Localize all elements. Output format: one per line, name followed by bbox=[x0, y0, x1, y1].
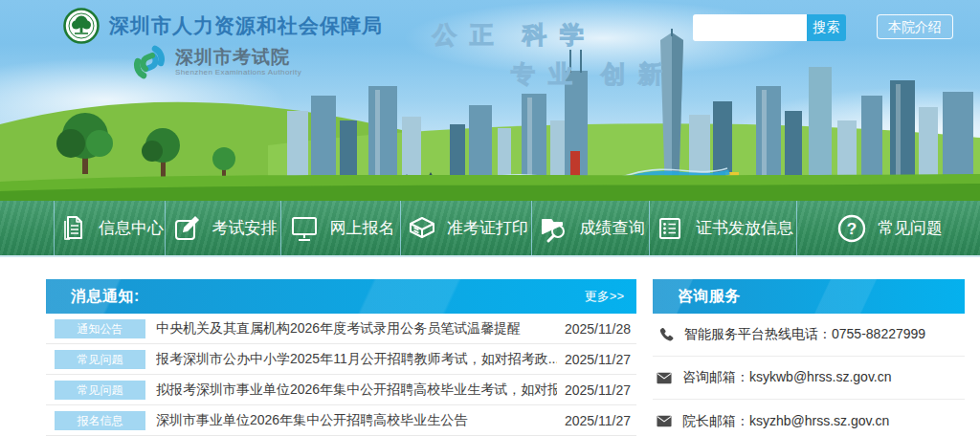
nav-item-label: 常见问题 bbox=[878, 217, 943, 239]
top-banner: 深圳市人力资源和社会保障局 深圳市考试院 Shenzhen Examinatio… bbox=[0, 0, 980, 201]
nav-item-label: 准考证打印 bbox=[447, 217, 528, 239]
notice-tag: 常见问题 bbox=[55, 350, 145, 369]
exam-authority-logo-icon bbox=[132, 44, 167, 80]
bureau-name: 深圳市人力资源和社会保障局 bbox=[109, 12, 383, 39]
nav-item-print-admission-ticket[interactable]: 准考证打印 bbox=[400, 201, 531, 255]
notice-tag: 报名信息 bbox=[55, 411, 145, 430]
nav-item-label: 信息中心 bbox=[99, 217, 164, 239]
notice-row: 常见问题 报考深圳市公办中小学2025年11月公开招聘教师考试，如对招考政...… bbox=[46, 344, 636, 375]
slogan-word: 创新 bbox=[601, 58, 676, 90]
bureau-logo-title[interactable]: 深圳市人力资源和社会保障局 bbox=[63, 8, 383, 44]
service-text: 咨询邮箱：ksykwb@hrss.sz.gov.cn bbox=[682, 369, 892, 386]
nav-item-label: 网上报名 bbox=[330, 217, 395, 239]
service-text: 智能服务平台热线电话：0755-88227999 bbox=[684, 326, 925, 343]
mail-icon bbox=[657, 415, 672, 427]
bureau-tree-logo-icon bbox=[63, 8, 100, 44]
services-header: 咨询服务 bbox=[653, 279, 965, 314]
notice-date: 2025/11/27 bbox=[565, 352, 636, 367]
nav-item-certificate-issuance[interactable]: 证书发放信息 bbox=[649, 201, 796, 255]
nav-item-label: 证书发放信息 bbox=[696, 217, 793, 239]
service-row: 院长邮箱：ksyzhb@hrss.sz.gov.cn bbox=[653, 400, 965, 436]
phone-icon bbox=[657, 326, 674, 343]
search-button[interactable]: 搜索 bbox=[807, 14, 846, 41]
nav-item-label: 成绩查询 bbox=[580, 217, 645, 239]
slogan-word: 公正 bbox=[433, 19, 507, 51]
mail-icon bbox=[657, 372, 672, 384]
notice-row: 报名信息 深圳市事业单位2026年集中公开招聘高校毕业生公告 2025/11/2… bbox=[46, 405, 636, 436]
notice-tag: 常见问题 bbox=[55, 381, 145, 400]
list-icon bbox=[653, 211, 687, 246]
notice-title-link[interactable]: 报考深圳市公办中小学2025年11月公开招聘教师考试，如对招考政... bbox=[156, 351, 557, 368]
notice-row: 常见问题 拟报考深圳市事业单位2026年集中公开招聘高校毕业生考试，如对报...… bbox=[46, 375, 636, 405]
nav-item-score-inquiry[interactable]: 成绩查询 bbox=[531, 201, 649, 255]
service-row: 咨询邮箱：ksykwb@hrss.sz.gov.cn bbox=[653, 357, 965, 400]
monitor-icon bbox=[287, 211, 322, 246]
services-panel: 咨询服务 智能服务平台热线电话：0755-88227999 咨询邮箱：ksykw… bbox=[653, 279, 965, 436]
search-bar: 搜索 bbox=[693, 14, 846, 41]
slogan: 公正 科学 专业 创新 bbox=[433, 19, 691, 90]
notice-title-link[interactable]: 深圳市事业单位2026年集中公开招聘高校毕业生公告 bbox=[156, 412, 557, 429]
service-text: 院长邮箱：ksyzhb@hrss.sz.gov.cn bbox=[682, 413, 889, 430]
svg-text:?: ? bbox=[847, 220, 857, 238]
main-navigation: 信息中心 考试安排 网上报名 准考证打印 bbox=[0, 201, 980, 257]
exam-authority-name-en: Shenzhen Examinations Authority bbox=[175, 68, 301, 76]
nav-item-faq[interactable]: ? 常见问题 bbox=[796, 201, 980, 255]
service-row: 智能服务平台热线电话：0755-88227999 bbox=[653, 314, 965, 357]
services-title: 咨询服务 bbox=[678, 287, 741, 307]
document-icon bbox=[56, 211, 90, 246]
more-link[interactable]: 更多>> bbox=[585, 288, 624, 305]
nav-item-online-registration[interactable]: 网上报名 bbox=[280, 201, 400, 255]
about-institute-button[interactable]: 本院介绍 bbox=[877, 14, 953, 39]
notice-tag: 通知公告 bbox=[55, 319, 145, 338]
slogan-word: 科学 bbox=[523, 19, 597, 51]
notices-panel: 消息通知: 更多>> 通知公告 中央机关及其直属机构2026年度考试录用公务员笔… bbox=[46, 279, 636, 436]
pencil-square-icon bbox=[169, 211, 204, 246]
notice-title-link[interactable]: 拟报考深圳市事业单位2026年集中公开招聘高校毕业生考试，如对报... bbox=[156, 382, 557, 399]
notice-date: 2025/11/28 bbox=[565, 321, 636, 337]
search-input[interactable] bbox=[693, 14, 807, 41]
main-content: 消息通知: 更多>> 通知公告 中央机关及其直属机构2026年度考试录用公务员笔… bbox=[0, 257, 980, 436]
notice-row: 通知公告 中央机关及其直属机构2026年度考试录用公务员笔试温馨提醒 2025/… bbox=[46, 314, 636, 344]
nav-item-exam-schedule[interactable]: 考试安排 bbox=[165, 201, 280, 255]
printer-icon bbox=[404, 211, 438, 246]
question-circle-icon: ? bbox=[835, 211, 869, 246]
folder-magnifier-icon bbox=[537, 211, 571, 246]
notice-date: 2025/11/27 bbox=[565, 382, 636, 398]
nav-item-info-center[interactable]: 信息中心 bbox=[54, 201, 165, 255]
notice-date: 2025/11/27 bbox=[565, 413, 636, 428]
notices-header: 消息通知: 更多>> bbox=[46, 279, 636, 314]
notices-title: 消息通知: bbox=[71, 287, 140, 307]
exam-authority-logo-title[interactable]: 深圳市考试院 Shenzhen Examinations Authority bbox=[132, 44, 301, 80]
notice-title-link[interactable]: 中央机关及其直属机构2026年度考试录用公务员笔试温馨提醒 bbox=[156, 320, 557, 338]
exam-authority-name: 深圳市考试院 bbox=[175, 48, 301, 68]
nav-item-label: 考试安排 bbox=[212, 217, 278, 239]
slogan-word: 专业 bbox=[511, 58, 586, 90]
